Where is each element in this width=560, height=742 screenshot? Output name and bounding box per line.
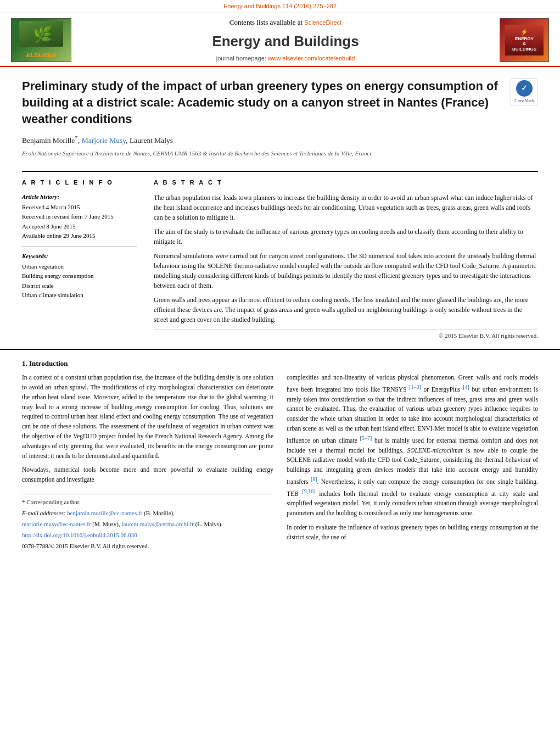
abstract-para-3: Numerical simulations were carried out f… [154, 251, 538, 291]
page: Energy and Buildings 114 (2016) 275–282 … [0, 0, 560, 742]
journal-ref-text: Energy and Buildings 114 (2016) 275–282 [223, 3, 337, 9]
keywords-block: Keywords: Urban vegetation Building ener… [22, 252, 137, 300]
elsevier-logo: ELSEVIER [11, 18, 71, 62]
main-two-columns: In a context of a constant urban populat… [22, 373, 538, 553]
email-name-1: (B. Morille), [144, 510, 175, 516]
footnote-corresponding: * Corresponding author. [22, 498, 273, 507]
abstract-para-4: Green walls and trees appear as the most… [154, 295, 538, 325]
journal-reference: Energy and Buildings 114 (2016) 275–282 [0, 0, 560, 13]
header-center: Contents lists available at ScienceDirec… [71, 18, 500, 63]
main-col-left: In a context of a constant urban populat… [22, 373, 273, 553]
section1-title: Introduction [29, 359, 68, 367]
email-name-3: (L. Malys). [195, 521, 223, 527]
right-para-1: complexities and non-linearity of variou… [287, 373, 538, 518]
keyword-4: Urban climate simulation [22, 291, 137, 299]
author-marjorie: Marjorie Musy [82, 136, 126, 144]
author-laurent: Laurent Malys [130, 136, 173, 144]
abstract-column: A B S T R A C T The urban population ris… [154, 178, 538, 340]
article-title: Preliminary study of the impact of urban… [22, 78, 511, 127]
article-history-block: Article history: Received 4 March 2015 R… [22, 193, 137, 247]
contents-line: Contents lists available at ScienceDirec… [82, 18, 489, 27]
accepted-date: Accepted 8 June 2015 [22, 222, 137, 231]
right-para-2: In order to evaluate the influence of va… [287, 523, 538, 543]
author-sep2: , [126, 136, 130, 144]
elsevier-label: ELSEVIER [26, 51, 56, 59]
section1-heading: 1. Introduction [22, 359, 538, 369]
abstract-label: A B S T R A C T [154, 178, 538, 187]
received-revised-date: Received in revised form 7 June 2015 [22, 213, 137, 221]
article-info-abstract: A R T I C L E I N F O Article history: R… [22, 171, 538, 340]
article-section: Preliminary study of the impact of urban… [0, 67, 560, 171]
history-label: Article history: [22, 193, 137, 201]
journal-title: Energy and Buildings [82, 31, 489, 51]
intro-para-1: In a context of a constant urban populat… [22, 373, 273, 461]
abstract-text: The urban population rise leads town pla… [154, 193, 538, 325]
footnote-email: E-mail addresses: benjamin.morille@ec-na… [22, 509, 273, 518]
doi-link[interactable]: http://dx.doi.org/10.1016/j.enbuild.2015… [22, 532, 137, 538]
footnote-area: * Corresponding author. E-mail addresses… [22, 494, 273, 551]
keyword-1: Urban vegetation [22, 263, 137, 271]
email-link-3[interactable]: laurent.malys@cerma.archi.fr [122, 521, 194, 527]
article-info-label: A R T I C L E I N F O [22, 178, 137, 187]
affiliation: Ecole Nationale Supérieure d'Architectur… [22, 149, 538, 158]
copyright-line: © 2015 Elsevier B.V. All rights reserved… [154, 329, 538, 340]
main-content: 1. Introduction In a context of a consta… [0, 349, 560, 564]
email-name-2: (M. Musy), [92, 521, 121, 527]
email-link-2[interactable]: marjorie.musy@ec-nantes.fr [22, 521, 91, 527]
section1-number: 1. [22, 359, 27, 367]
contents-text: Contents lists available at [229, 18, 303, 26]
authors: Benjamin Morille*, Marjorie Musy, Lauren… [22, 133, 538, 146]
available-date: Available online 29 June 2015 [22, 232, 137, 240]
journal-homepage: journal homepage: www.elsevier.com/locat… [82, 54, 489, 63]
eb-logo-graphic: ⚡ ENERGY&BUILDINGS [505, 25, 544, 55]
main-col-right: complexities and non-linearity of variou… [287, 373, 538, 553]
abstract-para-2: The aim of the study is to evaluate the … [154, 227, 538, 247]
keywords-label: Keywords: [22, 252, 137, 260]
footnote-email-2: marjorie.musy@ec-nantes.fr (M. Musy), la… [22, 520, 273, 529]
elsevier-logo-graphic [19, 21, 63, 47]
crossmark-label: CrossMark [514, 98, 534, 104]
crossmark-badge: ✓ CrossMark [511, 78, 538, 105]
author-benjamin: Benjamin Morille [22, 136, 75, 144]
homepage-label: journal homepage: [216, 55, 266, 62]
intro-para-2: Nowadays, numerical tools become more an… [22, 465, 273, 485]
abstract-para-1: The urban population rise leads town pla… [154, 193, 538, 222]
sciencedirect-link[interactable]: ScienceDirect [304, 19, 341, 26]
crossmark-icon: ✓ [516, 80, 533, 97]
keyword-3: District scale [22, 282, 137, 290]
article-title-row: Preliminary study of the impact of urban… [22, 78, 538, 127]
email-link-1[interactable]: benjamin.morille@ec-nantes.fr [67, 510, 142, 516]
energy-buildings-logo: ⚡ ENERGY&BUILDINGS [500, 18, 549, 62]
homepage-url[interactable]: www.elsevier.com/locate/enbuild [268, 55, 355, 62]
issn-line: 0378-7788/© 2015 Elsevier B.V. All right… [22, 542, 273, 551]
article-info-column: A R T I C L E I N F O Article history: R… [22, 178, 137, 340]
received-date: Received 4 March 2015 [22, 203, 137, 211]
keyword-2: Building energy consumption [22, 272, 137, 280]
author-sep1: , [78, 136, 82, 144]
article-body: A R T I C L E I N F O Article history: R… [0, 171, 560, 340]
journal-header: ELSEVIER Contents lists available at Sci… [0, 13, 560, 67]
